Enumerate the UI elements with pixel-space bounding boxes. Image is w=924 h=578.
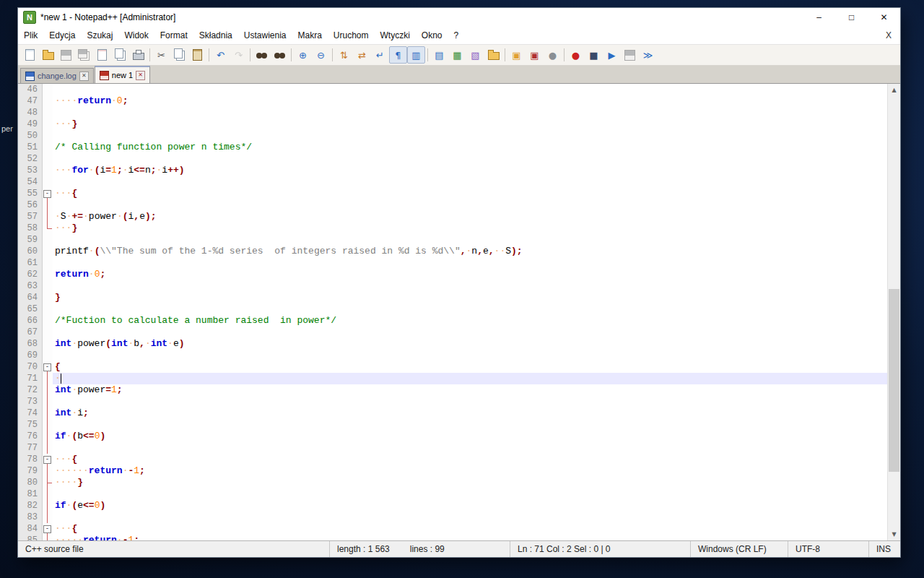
code-line[interactable]: 79······return·-1;	[18, 465, 888, 477]
show-all-characters-icon[interactable]: ¶	[389, 46, 407, 64]
menu-item-sk-adnia[interactable]: Składnia	[193, 27, 238, 44]
code-line[interactable]: 48	[18, 107, 888, 118]
code-line[interactable]: 71·	[18, 373, 888, 384]
plugin-icon-3[interactable]: ●	[544, 46, 562, 64]
code-line[interactable]: 56	[18, 199, 888, 211]
code-line[interactable]: 68int·power(int·b,·int·e)	[18, 338, 888, 350]
tab-close-button[interactable]: ✕	[136, 71, 145, 80]
scroll-thumb[interactable]	[889, 289, 899, 472]
code-line[interactable]: 50	[18, 130, 888, 142]
zoom-in-icon[interactable]: ⊕	[294, 46, 312, 64]
menu-item-szukaj[interactable]: Szukaj	[81, 27, 118, 44]
open-folder-icon[interactable]	[39, 46, 57, 64]
code-line[interactable]: 78-···{	[18, 454, 888, 465]
code-line[interactable]: 65	[18, 303, 888, 315]
code-line[interactable]: 63	[18, 280, 888, 292]
fold-toggle[interactable]: -	[43, 363, 51, 371]
code-line[interactable]: 85·····return·-1;	[18, 535, 888, 540]
fold-toggle[interactable]: -	[43, 525, 51, 533]
code-line[interactable]: 62return·0;	[18, 269, 888, 280]
copy-icon[interactable]	[170, 46, 188, 64]
code-line[interactable]: 75	[18, 419, 888, 431]
stop-macro-icon[interactable]: ■	[585, 46, 603, 64]
minimize-button[interactable]: –	[803, 8, 835, 27]
zoom-out-icon[interactable]: ⊖	[312, 46, 330, 64]
save-icon[interactable]	[57, 46, 75, 64]
cut-icon[interactable]: ✂	[152, 46, 170, 64]
status-position[interactable]: Ln : 71 Col : 2 Sel : 0 | 0	[510, 541, 690, 557]
paste-icon[interactable]	[188, 46, 206, 64]
code-line[interactable]: 74int·i;	[18, 407, 888, 419]
menu-item-widok[interactable]: Widok	[118, 27, 154, 44]
menu-item-okno[interactable]: Okno	[416, 27, 448, 44]
code-line[interactable]: 73	[18, 396, 888, 407]
tab-close-button[interactable]: ✕	[79, 72, 89, 81]
editor-area[interactable]: 4647····return·0;4849···}5051/* Calling …	[18, 84, 900, 540]
code-line[interactable]: 84-···{	[18, 523, 888, 535]
code-line[interactable]: 66/*Fuction to calculate a number raised…	[18, 315, 888, 327]
run-macro-multiple-icon[interactable]: ≫	[639, 46, 657, 64]
menu-item-uruchom[interactable]: Uruchom	[328, 27, 375, 44]
code-line[interactable]: 57·S·+=·power·(i,e);	[18, 211, 888, 223]
vertical-scrollbar[interactable]: ▲ ▼	[887, 84, 900, 540]
menu-item-wtyczki[interactable]: Wtyczki	[375, 27, 416, 44]
close-file-icon[interactable]	[93, 46, 111, 64]
code-line[interactable]: 83	[18, 512, 888, 523]
code-line[interactable]: 55-···{	[18, 188, 888, 199]
code-lines[interactable]: 4647····return·0;4849···}5051/* Calling …	[18, 84, 888, 540]
status-eol[interactable]: Windows (CR LF)	[690, 541, 788, 557]
menu-item-makra[interactable]: Makra	[292, 27, 328, 44]
code-line[interactable]: 59	[18, 234, 888, 246]
scroll-up-arrow[interactable]: ▲	[888, 84, 900, 96]
code-line[interactable]: 82if·(e<=0)	[18, 500, 888, 512]
plugin-icon-1[interactable]: ▣	[507, 46, 526, 64]
plugin-icon-2[interactable]: ▣	[526, 46, 544, 64]
tab-change-log[interactable]: change.log✕	[20, 68, 94, 83]
code-line[interactable]: 70-{	[18, 361, 888, 373]
document-list-icon[interactable]: ▧	[466, 46, 484, 64]
code-line[interactable]: 58···}	[18, 223, 888, 234]
save-all-icon[interactable]	[75, 46, 93, 64]
print-icon[interactable]	[129, 46, 147, 64]
tab-new-1[interactable]: new 1✕	[95, 66, 150, 83]
code-line[interactable]: 60printf·(\\"The sum of the 1-%d series …	[18, 246, 888, 257]
code-line[interactable]: 54	[18, 176, 888, 188]
code-line[interactable]: 64}	[18, 292, 888, 303]
function-list-icon[interactable]: ▤	[430, 46, 448, 64]
record-macro-icon[interactable]: ●	[567, 46, 585, 64]
menu-close-button[interactable]: X	[877, 30, 900, 40]
document-map-icon[interactable]: ▦	[448, 46, 466, 64]
find-icon[interactable]	[253, 46, 271, 64]
fold-toggle[interactable]: -	[43, 190, 51, 198]
code-line[interactable]: 80····}	[18, 477, 888, 488]
code-line[interactable]: 76if·(b<=0)	[18, 431, 888, 442]
undo-icon[interactable]: ↶	[212, 46, 230, 64]
code-line[interactable]: 49···}	[18, 118, 888, 130]
code-line[interactable]: 61	[18, 257, 888, 269]
menu-item-[interactable]: ?	[448, 27, 465, 44]
code-line[interactable]: 69	[18, 350, 888, 361]
replace-icon[interactable]	[271, 46, 289, 64]
new-file-icon[interactable]	[21, 46, 39, 64]
scroll-down-arrow[interactable]: ▼	[888, 528, 900, 540]
menu-item-format[interactable]: Format	[154, 27, 193, 44]
indent-guide-icon[interactable]: ▥	[407, 46, 425, 64]
code-line[interactable]: 47····return·0;	[18, 95, 888, 107]
play-macro-icon[interactable]: ▶	[603, 46, 621, 64]
menu-item-ustawienia[interactable]: Ustawienia	[238, 27, 292, 44]
menu-item-plik[interactable]: Plik	[18, 27, 43, 44]
sync-horizontal-icon[interactable]: ⇄	[353, 46, 371, 64]
redo-icon[interactable]: ↷	[230, 46, 248, 64]
code-line[interactable]: 52	[18, 153, 888, 165]
save-macro-icon[interactable]	[621, 46, 639, 64]
status-insert-mode[interactable]: INS	[868, 541, 900, 557]
code-line[interactable]: 81	[18, 488, 888, 500]
fold-toggle[interactable]: -	[43, 456, 51, 464]
status-encoding[interactable]: UTF-8	[788, 541, 868, 557]
sync-vertical-icon[interactable]: ⇅	[335, 46, 353, 64]
menu-item-edycja[interactable]: Edycja	[43, 27, 81, 44]
code-line[interactable]: 72int·power=1;	[18, 384, 888, 396]
code-line[interactable]: 67	[18, 327, 888, 338]
code-line[interactable]: 77	[18, 442, 888, 454]
word-wrap-icon[interactable]: ↵	[371, 46, 389, 64]
